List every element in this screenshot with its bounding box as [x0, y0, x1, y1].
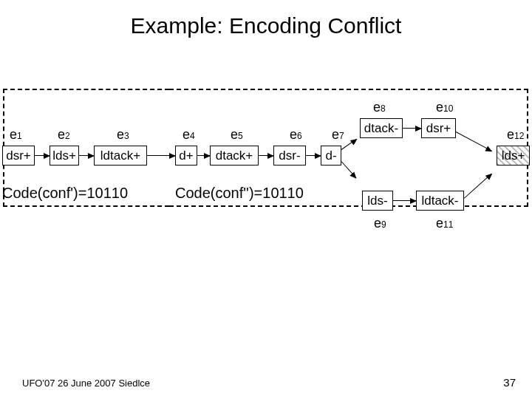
event-label-e12: e12 — [507, 127, 524, 143]
arrow-n6-n7 — [306, 155, 321, 156]
arrow-n5-n6 — [259, 155, 273, 156]
page-title: Example: Encoding Conflict — [0, 13, 532, 38]
node-dtack-minus: dtack- — [360, 118, 403, 138]
node-lds-plus-1: lds+ — [50, 146, 79, 166]
event-label-e8: e8 — [373, 100, 386, 115]
code-left: Code(conf')=10110 — [2, 185, 128, 202]
arrow-n8-n10 — [403, 128, 421, 129]
arrow-n4-n5 — [197, 155, 210, 156]
node-dsr-plus-1: dsr+ — [2, 146, 35, 166]
diagram: e1 e2 e3 e4 e5 e6 e7 e8 e10 e12 e9 e11 d… — [0, 89, 532, 251]
arrow-n1-n2 — [35, 155, 50, 156]
arrow-n11-n12 — [464, 174, 492, 199]
arrow-n2-n3 — [79, 155, 94, 156]
arrow-n7-n9 — [341, 161, 357, 178]
node-lds-minus: lds- — [362, 191, 393, 211]
event-label-e5: e5 — [231, 127, 243, 143]
event-label-e1: e1 — [10, 127, 22, 143]
node-dtack-plus: dtack+ — [210, 146, 259, 166]
node-dsr-minus: dsr- — [273, 146, 306, 166]
event-label-e9: e9 — [374, 216, 386, 231]
event-label-e6: e6 — [290, 127, 302, 143]
node-d-minus: d- — [321, 146, 341, 166]
node-d-plus: d+ — [175, 146, 197, 166]
event-label-e2: e2 — [58, 127, 70, 143]
node-lds-plus-2: lds+ — [497, 146, 530, 166]
footer-text: UFO'07 26 June 2007 Siedlce — [22, 378, 150, 389]
event-label-e7: e7 — [332, 127, 344, 143]
node-ldtack-minus: ldtack- — [416, 191, 464, 211]
node-dsr-plus-2: dsr+ — [421, 118, 456, 138]
arrow-n3-n4 — [147, 155, 175, 156]
code-right: Code(conf'')=10110 — [175, 185, 304, 202]
arrow-n10-n12 — [456, 132, 492, 151]
event-label-e10: e10 — [436, 100, 453, 115]
arrow-n9-n11 — [393, 200, 416, 201]
event-label-e4: e4 — [183, 127, 195, 143]
node-ldtack-plus: ldtack+ — [94, 146, 147, 166]
event-label-e11: e11 — [436, 216, 453, 231]
event-label-e3: e3 — [117, 127, 129, 143]
page-number: 37 — [503, 376, 516, 389]
